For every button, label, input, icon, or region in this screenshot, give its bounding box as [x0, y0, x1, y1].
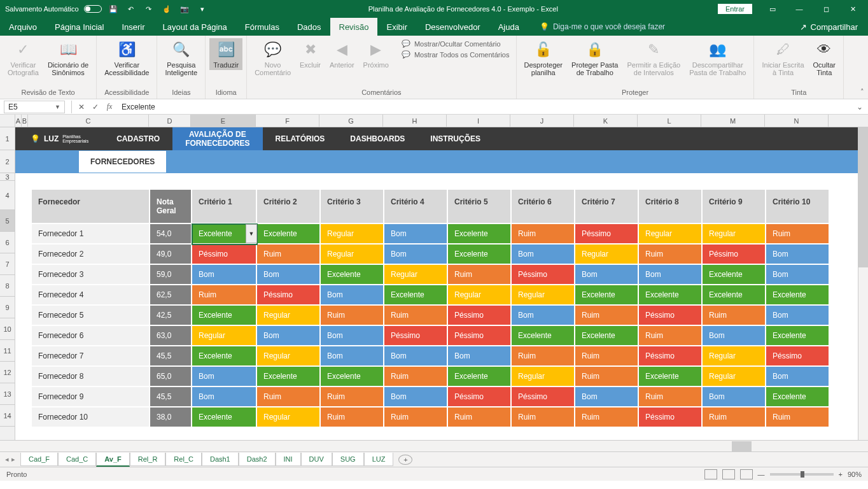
criteria-cell[interactable]: Ruim	[575, 346, 639, 367]
criteria-cell[interactable]: Excelente	[192, 408, 257, 428]
criteria-cell[interactable]: Regular	[575, 244, 639, 265]
normal-view-icon[interactable]	[704, 469, 717, 479]
sheet-tab-Av_F[interactable]: Av_F	[96, 453, 130, 467]
criteria-cell[interactable]: Ruim	[384, 367, 448, 387]
criteria-cell[interactable]: Péssimo	[639, 306, 703, 326]
column-header-M[interactable]: M	[701, 115, 765, 127]
column-header-N[interactable]: N	[765, 115, 829, 127]
criteria-cell[interactable]: Excelente	[257, 224, 321, 244]
page-break-view-icon[interactable]	[740, 469, 753, 479]
fornecedor-name[interactable]: Fornecedor 8	[32, 367, 150, 387]
criteria-cell[interactable]: Excelente	[639, 367, 703, 387]
criteria-cell[interactable]: Bom	[766, 244, 830, 265]
ribbon-row[interactable]: 💬Mostrar/Ocultar Comentário	[399, 38, 512, 49]
criteria-cell[interactable]: Bom	[703, 326, 766, 346]
fx-icon[interactable]: fx	[102, 102, 116, 111]
ribbon-proteger-pasta[interactable]: 🔒Proteger Pastade Trabalho	[568, 38, 622, 78]
tab-nav-last-icon[interactable]: ▸	[11, 455, 15, 464]
criteria-cell[interactable]: Péssimo	[257, 285, 321, 306]
collapse-ribbon-icon[interactable]: ˄	[860, 88, 864, 96]
fornecedor-name[interactable]: Fornecedor 10	[32, 408, 150, 428]
formula-input[interactable]: Excelente	[116, 103, 851, 111]
criteria-cell[interactable]: Regular	[321, 244, 384, 265]
sheet-tab-SUG[interactable]: SUG	[332, 453, 364, 466]
fornecedor-name[interactable]: Fornecedor 4	[32, 285, 150, 306]
fornecedor-name[interactable]: Fornecedor 2	[32, 244, 150, 265]
nota-geral[interactable]: 45,5	[150, 346, 192, 367]
row-header-8[interactable]: 8	[0, 275, 15, 297]
share-button[interactable]: ↗Compartilhar	[800, 22, 868, 32]
criteria-cell[interactable]: Ruim	[639, 326, 703, 346]
zoom-in-icon[interactable]: +	[839, 471, 843, 478]
sheet-tab-INI[interactable]: INI	[276, 453, 301, 466]
criteria-cell[interactable]: Bom	[575, 387, 639, 408]
qat-dropdown-icon[interactable]: ▾	[196, 3, 209, 15]
nav-tab[interactable]: AVALIAÇÃO DEFORNECEDORES	[172, 127, 262, 150]
row-header-13[interactable]: 13	[0, 383, 15, 405]
criteria-cell[interactable]: Ruim	[575, 306, 639, 326]
nav-tab[interactable]: RELATÓRIOS	[263, 127, 338, 150]
row-header-3[interactable]: 3	[0, 173, 15, 181]
namebox-dropdown-icon[interactable]: ▼	[55, 104, 60, 110]
criteria-cell[interactable]: Ruim	[512, 346, 575, 367]
fornecedor-name[interactable]: Fornecedor 6	[32, 326, 150, 346]
criteria-cell[interactable]: Péssimo	[639, 346, 703, 367]
menu-tab-layout-da-página[interactable]: Layout da Página	[154, 18, 236, 36]
criteria-cell[interactable]: Excelente	[448, 367, 512, 387]
column-header-D[interactable]: D	[149, 115, 191, 127]
criteria-cell[interactable]: Ruim	[703, 306, 766, 326]
column-header-B[interactable]: B	[22, 115, 28, 127]
criteria-cell[interactable]: Excelente	[766, 387, 830, 408]
name-box[interactable]: E5 ▼	[4, 101, 65, 113]
nav-tab[interactable]: DASHBOARDS	[337, 127, 417, 150]
criteria-cell[interactable]: Bom	[384, 244, 448, 265]
row-header-9[interactable]: 9	[0, 297, 15, 318]
criteria-cell[interactable]: Ruim	[512, 408, 575, 428]
criteria-cell[interactable]: Péssimo	[192, 244, 257, 265]
criteria-cell[interactable]: Excelente	[766, 285, 830, 306]
menu-tab-fórmulas[interactable]: Fórmulas	[236, 18, 288, 36]
nav-tab[interactable]: INSTRUÇÕES	[417, 127, 493, 150]
criteria-cell[interactable]: Regular	[703, 367, 766, 387]
criteria-cell[interactable]: Bom	[321, 285, 384, 306]
row-header-11[interactable]: 11	[0, 340, 15, 362]
nota-geral[interactable]: 49,0	[150, 244, 192, 265]
touch-icon[interactable]: ☝	[160, 3, 173, 15]
criteria-cell[interactable]: Bom	[321, 346, 384, 367]
criteria-cell[interactable]: Excelente	[321, 367, 384, 387]
subtab-fornecedores[interactable]: FORNECEDORES	[79, 151, 166, 173]
criteria-cell[interactable]: Ruim	[766, 408, 830, 428]
criteria-cell[interactable]: Excelente	[257, 367, 321, 387]
criteria-cell[interactable]: Ruim	[384, 306, 448, 326]
criteria-cell[interactable]: Péssimo	[448, 306, 512, 326]
menu-tab-dados[interactable]: Dados	[288, 18, 330, 36]
row-header-6[interactable]: 6	[0, 232, 15, 253]
maximize-icon[interactable]: ◻	[813, 0, 839, 18]
column-header-C[interactable]: C	[28, 115, 149, 127]
criteria-cell[interactable]: Péssimo	[384, 326, 448, 346]
criteria-cell[interactable]: Ruim	[639, 387, 703, 408]
criteria-cell[interactable]: Excelente	[321, 265, 384, 285]
criteria-cell[interactable]: Excelente	[448, 244, 512, 265]
criteria-cell[interactable]: Excelente	[384, 285, 448, 306]
criteria-cell[interactable]: Bom	[257, 265, 321, 285]
sheet-tab-Cad_F[interactable]: Cad_F	[20, 453, 58, 466]
criteria-cell[interactable]: Regular	[703, 346, 766, 367]
ribbon-options-icon[interactable]: ▭	[760, 0, 785, 18]
criteria-cell[interactable]: Excelente	[512, 326, 575, 346]
nota-geral[interactable]: 42,5	[150, 306, 192, 326]
criteria-cell[interactable]: Regular	[639, 224, 703, 244]
criteria-cell[interactable]: Péssimo	[448, 387, 512, 408]
row-header-12[interactable]: 12	[0, 362, 15, 383]
nav-tab[interactable]: CADASTRO	[104, 127, 172, 150]
criteria-cell[interactable]: Péssimo	[512, 387, 575, 408]
criteria-cell[interactable]: Regular	[703, 224, 766, 244]
zoom-out-icon[interactable]: —	[758, 471, 765, 478]
ribbon-pesquisa[interactable]: 🔍PesquisaInteligente	[161, 38, 201, 78]
nota-geral[interactable]: 59,0	[150, 265, 192, 285]
criteria-cell[interactable]: Regular	[192, 326, 257, 346]
criteria-cell[interactable]: Ruim	[448, 408, 512, 428]
criteria-cell[interactable]: Ruim	[257, 244, 321, 265]
criteria-cell[interactable]: Ruim	[512, 224, 575, 244]
criteria-cell[interactable]: Excelente	[703, 285, 766, 306]
